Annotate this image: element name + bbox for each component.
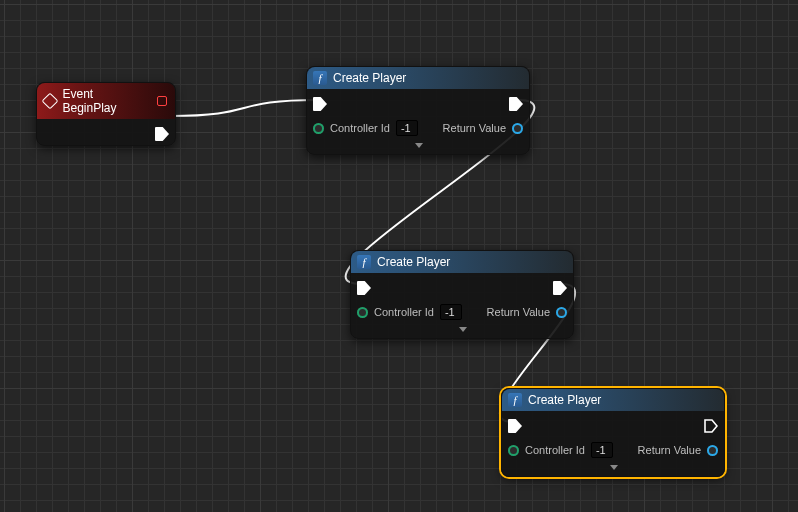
pin-label: Return Value [443, 122, 506, 134]
pin-label: Controller Id [525, 444, 585, 456]
pin-circle-object[interactable] [556, 307, 567, 318]
pin-label: Controller Id [374, 306, 434, 318]
node-title: Create Player [528, 393, 601, 407]
node-header[interactable]: f Create Player [502, 389, 724, 411]
expand-node-chevron-icon[interactable]: ▾ [307, 139, 529, 154]
node-title: Create Player [333, 71, 406, 85]
pin-circle-object[interactable] [512, 123, 523, 134]
expand-node-chevron-icon[interactable]: ▾ [502, 461, 724, 476]
pin-label: Return Value [487, 306, 550, 318]
output-pin-return-value[interactable]: Return Value [443, 119, 523, 137]
node-title: Event BeginPlay [62, 87, 147, 115]
node-event-beginplay[interactable]: Event BeginPlay [36, 82, 176, 146]
exec-input-pin[interactable] [508, 417, 613, 435]
node-create-player-2[interactable]: f Create Player Controller Id -1 Return … [350, 250, 574, 339]
node-create-player-1[interactable]: f Create Player Controller Id -1 Return … [306, 66, 530, 155]
event-icon [43, 94, 56, 108]
function-icon: f [357, 255, 371, 269]
exec-pin-hollow[interactable] [704, 419, 718, 433]
delegate-pin-icon[interactable] [157, 96, 167, 106]
exec-output-pin[interactable] [155, 125, 169, 143]
exec-input-pin[interactable] [357, 279, 462, 297]
function-icon: f [508, 393, 522, 407]
node-body: Controller Id -1 Return Value [502, 411, 724, 461]
exec-output-pin[interactable] [509, 95, 523, 113]
pin-circle-object[interactable] [707, 445, 718, 456]
input-pin-controller-id[interactable]: Controller Id -1 [357, 303, 462, 321]
node-title: Create Player [377, 255, 450, 269]
node-header[interactable]: f Create Player [307, 67, 529, 89]
expand-node-chevron-icon[interactable]: ▾ [351, 323, 573, 338]
controller-id-input[interactable]: -1 [396, 120, 418, 136]
exec-output-pin[interactable] [704, 417, 718, 435]
node-body [37, 119, 175, 145]
pin-label: Controller Id [330, 122, 390, 134]
controller-id-input[interactable]: -1 [440, 304, 462, 320]
input-pin-controller-id[interactable]: Controller Id -1 [508, 441, 613, 459]
controller-id-input[interactable]: -1 [591, 442, 613, 458]
node-header[interactable]: Event BeginPlay [37, 83, 175, 119]
output-pin-return-value[interactable]: Return Value [487, 303, 567, 321]
node-body: Controller Id -1 Return Value [307, 89, 529, 139]
node-header[interactable]: f Create Player [351, 251, 573, 273]
node-body: Controller Id -1 Return Value [351, 273, 573, 323]
exec-output-pin[interactable] [553, 279, 567, 297]
pin-circle-int[interactable] [313, 123, 324, 134]
node-create-player-3[interactable]: f Create Player Controller Id -1 Return … [501, 388, 725, 477]
exec-input-pin[interactable] [313, 95, 418, 113]
pin-circle-int[interactable] [357, 307, 368, 318]
pin-label: Return Value [638, 444, 701, 456]
pin-circle-int[interactable] [508, 445, 519, 456]
function-icon: f [313, 71, 327, 85]
output-pin-return-value[interactable]: Return Value [638, 441, 718, 459]
input-pin-controller-id[interactable]: Controller Id -1 [313, 119, 418, 137]
